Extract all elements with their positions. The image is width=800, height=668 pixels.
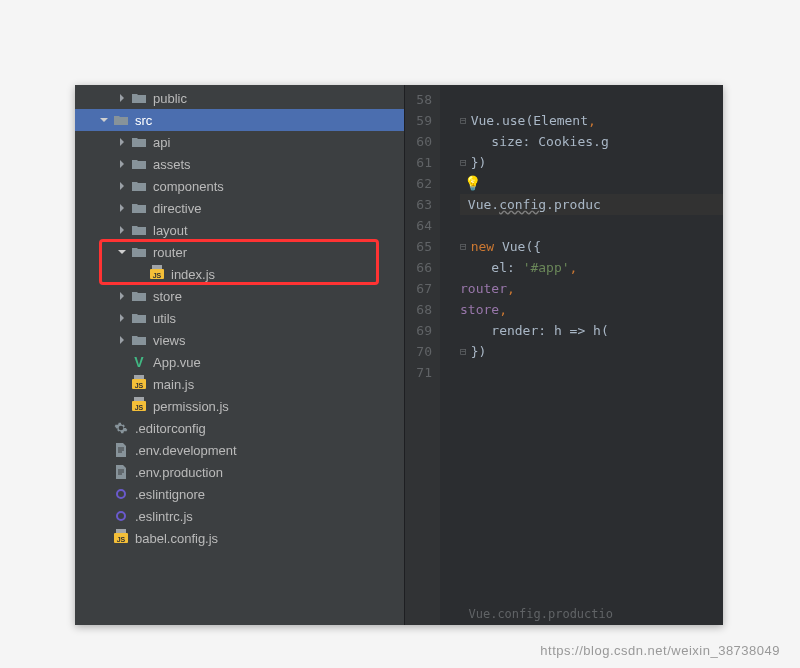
expand-arrow[interactable] bbox=[99, 467, 109, 477]
project-tree[interactable]: publicsrcapiassetscomponentsdirectivelay… bbox=[75, 85, 404, 549]
expand-arrow[interactable] bbox=[117, 379, 127, 389]
expand-arrow[interactable] bbox=[117, 401, 127, 411]
js-file-icon: JS bbox=[113, 530, 129, 546]
tree-item[interactable]: assets bbox=[75, 153, 404, 175]
tree-item[interactable]: .eslintignore bbox=[75, 483, 404, 505]
line-number: 60 bbox=[405, 131, 432, 152]
code-line[interactable] bbox=[460, 215, 723, 236]
tree-item[interactable]: JSmain.js bbox=[75, 373, 404, 395]
js-file-icon: JS bbox=[131, 398, 147, 414]
line-number: 70 bbox=[405, 341, 432, 362]
expand-arrow[interactable] bbox=[117, 247, 127, 257]
tree-item-label: index.js bbox=[171, 267, 215, 282]
code-line[interactable] bbox=[460, 362, 723, 383]
tree-item-label: layout bbox=[153, 223, 188, 238]
folder-icon bbox=[131, 200, 147, 216]
code-line[interactable]: ⊟Vue.use(Element, bbox=[460, 110, 723, 131]
project-tree-panel[interactable]: publicsrcapiassetscomponentsdirectivelay… bbox=[75, 85, 404, 625]
code-line[interactable] bbox=[460, 89, 723, 110]
expand-arrow[interactable] bbox=[117, 313, 127, 323]
code-line[interactable]: 💡 bbox=[460, 173, 723, 194]
line-number: 64 bbox=[405, 215, 432, 236]
expand-arrow[interactable] bbox=[99, 115, 109, 125]
tree-item[interactable]: views bbox=[75, 329, 404, 351]
gear-icon bbox=[113, 420, 129, 436]
expand-arrow[interactable] bbox=[117, 357, 127, 367]
expand-arrow[interactable] bbox=[99, 445, 109, 455]
tree-item[interactable]: router bbox=[75, 241, 404, 263]
tree-item[interactable]: JSpermission.js bbox=[75, 395, 404, 417]
tree-item[interactable]: components bbox=[75, 175, 404, 197]
tree-item[interactable]: JSindex.js bbox=[75, 263, 404, 285]
folder-icon bbox=[131, 332, 147, 348]
expand-arrow[interactable] bbox=[117, 335, 127, 345]
folder-icon bbox=[131, 244, 147, 260]
code-line[interactable]: size: Cookies.g bbox=[460, 131, 723, 152]
tree-item[interactable]: api bbox=[75, 131, 404, 153]
tree-item[interactable]: JSbabel.config.js bbox=[75, 527, 404, 549]
tree-item[interactable]: .env.development bbox=[75, 439, 404, 461]
line-number: 61 bbox=[405, 152, 432, 173]
expand-arrow[interactable] bbox=[99, 489, 109, 499]
folder-icon bbox=[131, 156, 147, 172]
code-line[interactable]: render: h => h( bbox=[460, 320, 723, 341]
code-editor[interactable]: 5859606162636465666768697071 ⊟Vue.use(El… bbox=[404, 85, 723, 625]
ide-window: publicsrcapiassetscomponentsdirectivelay… bbox=[75, 85, 723, 625]
folder-icon bbox=[131, 288, 147, 304]
tree-item[interactable]: utils bbox=[75, 307, 404, 329]
tree-item[interactable]: VApp.vue bbox=[75, 351, 404, 373]
expand-arrow[interactable] bbox=[117, 225, 127, 235]
code-line[interactable]: el: '#app', bbox=[460, 257, 723, 278]
tree-item[interactable]: store bbox=[75, 285, 404, 307]
tree-item[interactable]: .env.production bbox=[75, 461, 404, 483]
tree-item[interactable]: public bbox=[75, 87, 404, 109]
vue-file-icon: V bbox=[131, 354, 147, 370]
expand-arrow[interactable] bbox=[99, 423, 109, 433]
js-file-icon: JS bbox=[131, 376, 147, 392]
tree-item-label: assets bbox=[153, 157, 191, 172]
eslint-icon bbox=[113, 508, 129, 524]
code-line[interactable]: ⊟}) bbox=[460, 341, 723, 362]
code-line[interactable]: ⊟new Vue({ bbox=[460, 236, 723, 257]
expand-arrow[interactable] bbox=[117, 137, 127, 147]
line-number: 71 bbox=[405, 362, 432, 383]
expand-arrow[interactable] bbox=[117, 181, 127, 191]
tree-item-label: public bbox=[153, 91, 187, 106]
tree-item-label: .eslintrc.js bbox=[135, 509, 193, 524]
line-number: 58 bbox=[405, 89, 432, 110]
line-number: 63 bbox=[405, 194, 432, 215]
expand-arrow[interactable] bbox=[135, 269, 145, 279]
line-number: 67 bbox=[405, 278, 432, 299]
code-line[interactable]: Vue.config.produc bbox=[460, 194, 723, 215]
code-line[interactable]: router, bbox=[460, 278, 723, 299]
tree-item[interactable]: .editorconfig bbox=[75, 417, 404, 439]
expand-arrow[interactable] bbox=[99, 533, 109, 543]
tree-item-label: .env.development bbox=[135, 443, 237, 458]
folder-icon bbox=[131, 90, 147, 106]
expand-arrow[interactable] bbox=[117, 159, 127, 169]
folder-icon bbox=[131, 178, 147, 194]
expand-arrow[interactable] bbox=[99, 511, 109, 521]
tree-item-label: utils bbox=[153, 311, 176, 326]
code-line[interactable]: store, bbox=[460, 299, 723, 320]
tree-item-label: .editorconfig bbox=[135, 421, 206, 436]
tree-item-label: src bbox=[135, 113, 152, 128]
code-line[interactable]: ⊟}) bbox=[460, 152, 723, 173]
tree-item-label: views bbox=[153, 333, 186, 348]
expand-arrow[interactable] bbox=[117, 203, 127, 213]
folder-icon bbox=[131, 134, 147, 150]
line-number: 69 bbox=[405, 320, 432, 341]
line-gutter: 5859606162636465666768697071 bbox=[405, 85, 440, 625]
expand-arrow[interactable] bbox=[117, 291, 127, 301]
tree-item[interactable]: layout bbox=[75, 219, 404, 241]
tree-item-label: main.js bbox=[153, 377, 194, 392]
line-number: 59 bbox=[405, 110, 432, 131]
line-number: 66 bbox=[405, 257, 432, 278]
tree-item[interactable]: directive bbox=[75, 197, 404, 219]
tree-item[interactable]: .eslintrc.js bbox=[75, 505, 404, 527]
code-area[interactable]: ⊟Vue.use(Element, size: Cookies.g⊟}) 💡 V… bbox=[440, 85, 723, 625]
expand-arrow[interactable] bbox=[117, 93, 127, 103]
tree-item-label: .env.production bbox=[135, 465, 223, 480]
line-number: 65 bbox=[405, 236, 432, 257]
tree-item[interactable]: src bbox=[75, 109, 404, 131]
